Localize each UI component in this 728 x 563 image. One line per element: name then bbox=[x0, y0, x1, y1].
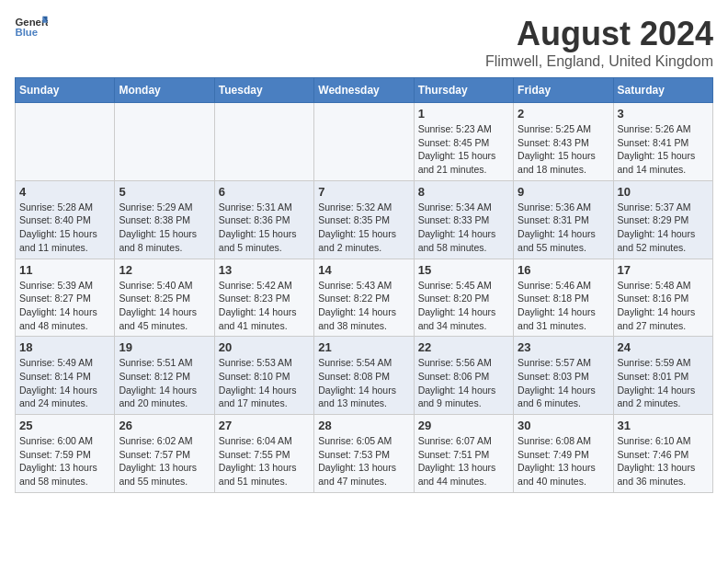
day-number: 16 bbox=[518, 263, 609, 277]
day-number: 11 bbox=[19, 263, 110, 277]
calendar-cell: 4Sunrise: 5:28 AM Sunset: 8:40 PM Daylig… bbox=[16, 180, 115, 259]
calendar-week-row: 18Sunrise: 5:49 AM Sunset: 8:14 PM Dayli… bbox=[16, 337, 713, 415]
day-number: 20 bbox=[219, 340, 310, 354]
day-info: Sunrise: 5:48 AM Sunset: 8:16 PM Dayligh… bbox=[618, 279, 709, 333]
calendar-cell: 20Sunrise: 5:53 AM Sunset: 8:10 PM Dayli… bbox=[214, 337, 313, 415]
day-info: Sunrise: 5:31 AM Sunset: 8:36 PM Dayligh… bbox=[219, 201, 310, 255]
day-info: Sunrise: 5:25 AM Sunset: 8:43 PM Dayligh… bbox=[518, 122, 609, 177]
calendar-week-row: 1Sunrise: 5:23 AM Sunset: 8:45 PM Daylig… bbox=[16, 103, 713, 181]
day-info: Sunrise: 5:42 AM Sunset: 8:23 PM Dayligh… bbox=[219, 279, 310, 333]
day-info: Sunrise: 6:00 AM Sunset: 7:59 PM Dayligh… bbox=[19, 434, 110, 488]
logo-icon: General Blue bbox=[15, 15, 48, 40]
subtitle: Flimwell, England, United Kingdom bbox=[485, 53, 713, 70]
header-day-sunday: Sunday bbox=[16, 78, 115, 103]
day-number: 2 bbox=[518, 107, 609, 121]
calendar-cell: 2Sunrise: 5:25 AM Sunset: 8:43 PM Daylig… bbox=[514, 103, 613, 181]
day-info: Sunrise: 6:04 AM Sunset: 7:55 PM Dayligh… bbox=[219, 434, 310, 488]
title-area: August 2024 Flimwell, England, United Ki… bbox=[485, 15, 713, 70]
day-number: 17 bbox=[618, 263, 709, 277]
day-number: 3 bbox=[618, 107, 709, 121]
calendar-week-row: 4Sunrise: 5:28 AM Sunset: 8:40 PM Daylig… bbox=[16, 180, 713, 259]
calendar-cell: 11Sunrise: 5:39 AM Sunset: 8:27 PM Dayli… bbox=[16, 259, 115, 337]
calendar-cell: 30Sunrise: 6:08 AM Sunset: 7:49 PM Dayli… bbox=[514, 415, 613, 493]
calendar-cell: 1Sunrise: 5:23 AM Sunset: 8:45 PM Daylig… bbox=[414, 103, 513, 181]
page-header: General Blue August 2024 Flimwell, Engla… bbox=[15, 15, 713, 70]
calendar-week-row: 25Sunrise: 6:00 AM Sunset: 7:59 PM Dayli… bbox=[16, 415, 713, 493]
calendar-cell bbox=[214, 103, 313, 181]
day-info: Sunrise: 5:36 AM Sunset: 8:31 PM Dayligh… bbox=[518, 201, 609, 255]
day-info: Sunrise: 5:56 AM Sunset: 8:06 PM Dayligh… bbox=[418, 356, 509, 410]
calendar-cell: 10Sunrise: 5:37 AM Sunset: 8:29 PM Dayli… bbox=[613, 180, 712, 259]
day-number: 31 bbox=[618, 419, 709, 432]
header-day-thursday: Thursday bbox=[414, 78, 513, 103]
day-info: Sunrise: 5:34 AM Sunset: 8:33 PM Dayligh… bbox=[418, 201, 509, 255]
day-info: Sunrise: 5:29 AM Sunset: 8:38 PM Dayligh… bbox=[119, 201, 210, 255]
header-day-monday: Monday bbox=[115, 78, 214, 103]
day-number: 9 bbox=[518, 185, 609, 199]
calendar-cell: 24Sunrise: 5:59 AM Sunset: 8:01 PM Dayli… bbox=[613, 337, 712, 415]
day-number: 19 bbox=[119, 340, 210, 354]
day-number: 25 bbox=[19, 419, 110, 432]
calendar-cell: 18Sunrise: 5:49 AM Sunset: 8:14 PM Dayli… bbox=[16, 337, 115, 415]
calendar-cell: 13Sunrise: 5:42 AM Sunset: 8:23 PM Dayli… bbox=[214, 259, 313, 337]
day-info: Sunrise: 6:05 AM Sunset: 7:53 PM Dayligh… bbox=[318, 434, 409, 488]
calendar-cell: 15Sunrise: 5:45 AM Sunset: 8:20 PM Dayli… bbox=[414, 259, 513, 337]
day-info: Sunrise: 5:37 AM Sunset: 8:29 PM Dayligh… bbox=[618, 201, 709, 255]
day-number: 24 bbox=[618, 340, 709, 354]
day-number: 10 bbox=[618, 185, 709, 199]
day-number: 30 bbox=[518, 419, 609, 432]
day-info: Sunrise: 6:02 AM Sunset: 7:57 PM Dayligh… bbox=[119, 434, 210, 488]
day-info: Sunrise: 5:23 AM Sunset: 8:45 PM Dayligh… bbox=[418, 122, 509, 177]
day-number: 8 bbox=[418, 185, 509, 199]
day-number: 12 bbox=[119, 263, 210, 277]
day-number: 14 bbox=[318, 263, 409, 277]
day-info: Sunrise: 5:51 AM Sunset: 8:12 PM Dayligh… bbox=[119, 356, 210, 410]
day-info: Sunrise: 5:49 AM Sunset: 8:14 PM Dayligh… bbox=[19, 356, 110, 410]
calendar-cell: 29Sunrise: 6:07 AM Sunset: 7:51 PM Dayli… bbox=[414, 415, 513, 493]
calendar-cell: 16Sunrise: 5:46 AM Sunset: 8:18 PM Dayli… bbox=[514, 259, 613, 337]
day-number: 21 bbox=[318, 340, 409, 354]
day-number: 29 bbox=[418, 419, 509, 432]
calendar-body: 1Sunrise: 5:23 AM Sunset: 8:45 PM Daylig… bbox=[16, 103, 713, 493]
header-day-friday: Friday bbox=[514, 78, 613, 103]
calendar-cell bbox=[314, 103, 414, 181]
header-day-saturday: Saturday bbox=[613, 78, 712, 103]
calendar-cell: 21Sunrise: 5:54 AM Sunset: 8:08 PM Dayli… bbox=[314, 337, 414, 415]
day-info: Sunrise: 5:40 AM Sunset: 8:25 PM Dayligh… bbox=[119, 279, 210, 333]
day-info: Sunrise: 5:53 AM Sunset: 8:10 PM Dayligh… bbox=[219, 356, 310, 410]
day-info: Sunrise: 5:54 AM Sunset: 8:08 PM Dayligh… bbox=[318, 356, 409, 410]
calendar-cell: 5Sunrise: 5:29 AM Sunset: 8:38 PM Daylig… bbox=[115, 180, 214, 259]
calendar-cell: 7Sunrise: 5:32 AM Sunset: 8:35 PM Daylig… bbox=[314, 180, 414, 259]
calendar-cell: 8Sunrise: 5:34 AM Sunset: 8:33 PM Daylig… bbox=[414, 180, 513, 259]
calendar-cell bbox=[115, 103, 214, 181]
day-number: 27 bbox=[219, 419, 310, 432]
calendar-cell: 27Sunrise: 6:04 AM Sunset: 7:55 PM Dayli… bbox=[214, 415, 313, 493]
day-number: 15 bbox=[418, 263, 509, 277]
logo: General Blue bbox=[15, 15, 48, 40]
calendar-cell: 9Sunrise: 5:36 AM Sunset: 8:31 PM Daylig… bbox=[514, 180, 613, 259]
calendar-cell: 3Sunrise: 5:26 AM Sunset: 8:41 PM Daylig… bbox=[613, 103, 712, 181]
day-info: Sunrise: 5:26 AM Sunset: 8:41 PM Dayligh… bbox=[618, 122, 709, 177]
calendar-cell: 6Sunrise: 5:31 AM Sunset: 8:36 PM Daylig… bbox=[214, 180, 313, 259]
day-number: 18 bbox=[19, 340, 110, 354]
day-number: 23 bbox=[518, 340, 609, 354]
day-number: 13 bbox=[219, 263, 310, 277]
calendar-cell: 23Sunrise: 5:57 AM Sunset: 8:03 PM Dayli… bbox=[514, 337, 613, 415]
calendar-cell: 28Sunrise: 6:05 AM Sunset: 7:53 PM Dayli… bbox=[314, 415, 414, 493]
day-info: Sunrise: 5:43 AM Sunset: 8:22 PM Dayligh… bbox=[318, 279, 409, 333]
calendar-cell: 19Sunrise: 5:51 AM Sunset: 8:12 PM Dayli… bbox=[115, 337, 214, 415]
day-info: Sunrise: 5:59 AM Sunset: 8:01 PM Dayligh… bbox=[618, 356, 709, 410]
main-title: August 2024 bbox=[485, 15, 713, 53]
day-info: Sunrise: 6:07 AM Sunset: 7:51 PM Dayligh… bbox=[418, 434, 509, 488]
day-number: 5 bbox=[119, 185, 210, 199]
calendar-cell: 14Sunrise: 5:43 AM Sunset: 8:22 PM Dayli… bbox=[314, 259, 414, 337]
day-info: Sunrise: 6:10 AM Sunset: 7:46 PM Dayligh… bbox=[618, 434, 709, 488]
calendar-cell: 12Sunrise: 5:40 AM Sunset: 8:25 PM Dayli… bbox=[115, 259, 214, 337]
calendar-week-row: 11Sunrise: 5:39 AM Sunset: 8:27 PM Dayli… bbox=[16, 259, 713, 337]
calendar-cell: 22Sunrise: 5:56 AM Sunset: 8:06 PM Dayli… bbox=[414, 337, 513, 415]
calendar-table: SundayMondayTuesdayWednesdayThursdayFrid… bbox=[15, 77, 713, 493]
calendar-cell: 25Sunrise: 6:00 AM Sunset: 7:59 PM Dayli… bbox=[16, 415, 115, 493]
day-number: 7 bbox=[318, 185, 409, 199]
day-number: 22 bbox=[418, 340, 509, 354]
header-day-tuesday: Tuesday bbox=[214, 78, 313, 103]
